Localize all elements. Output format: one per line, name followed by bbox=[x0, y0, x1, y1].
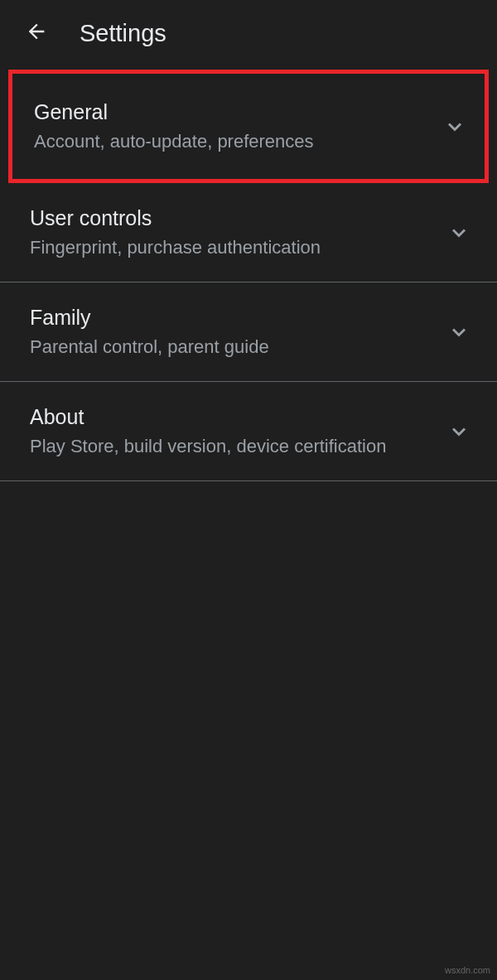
chevron-down-icon bbox=[443, 115, 466, 138]
back-button[interactable] bbox=[20, 17, 53, 50]
settings-item-subtitle: Play Store, build version, device certif… bbox=[30, 436, 386, 457]
chevron-down-icon bbox=[447, 420, 470, 443]
settings-item-text: Family Parental control, parent guide bbox=[30, 306, 269, 358]
settings-item-text: General Account, auto-update, preference… bbox=[34, 100, 314, 152]
settings-item-text: User controls Fingerprint, purchase auth… bbox=[30, 206, 321, 258]
settings-item-text: About Play Store, build version, device … bbox=[30, 405, 386, 457]
back-arrow-icon bbox=[25, 20, 48, 46]
settings-item-about[interactable]: About Play Store, build version, device … bbox=[0, 382, 497, 481]
settings-item-subtitle: Account, auto-update, preferences bbox=[34, 131, 314, 152]
settings-item-title: Family bbox=[30, 306, 269, 330]
settings-item-subtitle: Fingerprint, purchase authentication bbox=[30, 237, 321, 258]
settings-item-user-controls[interactable]: User controls Fingerprint, purchase auth… bbox=[0, 183, 497, 282]
settings-item-general[interactable]: General Account, auto-update, preference… bbox=[8, 70, 489, 183]
settings-item-subtitle: Parental control, parent guide bbox=[30, 336, 269, 358]
watermark: wsxdn.com bbox=[445, 965, 490, 975]
chevron-down-icon bbox=[447, 321, 470, 344]
settings-list: General Account, auto-update, preference… bbox=[0, 70, 497, 481]
settings-item-title: About bbox=[30, 405, 386, 429]
chevron-down-icon bbox=[447, 221, 470, 244]
settings-item-title: General bbox=[34, 100, 314, 124]
header: Settings bbox=[0, 0, 497, 66]
page-title: Settings bbox=[80, 20, 166, 47]
settings-item-title: User controls bbox=[30, 206, 321, 230]
settings-item-family[interactable]: Family Parental control, parent guide bbox=[0, 282, 497, 382]
